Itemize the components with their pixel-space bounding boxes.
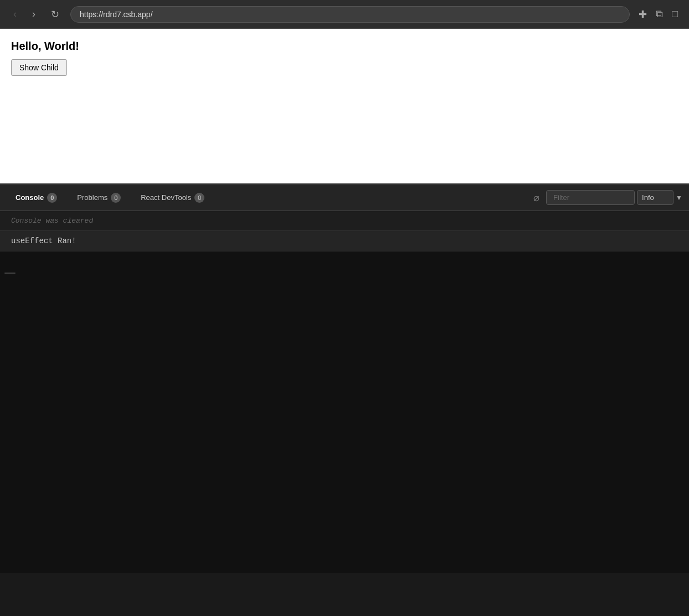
extensions-icon[interactable]: ✚ [636,6,649,23]
new-tab-icon[interactable]: ⧉ [654,6,665,22]
resize-handle[interactable] [4,273,16,274]
bottom-area [0,251,689,573]
console-entry: useEffect Ran! [0,231,689,251]
tab-console[interactable]: Console 0 [7,188,66,207]
devtools-tab-label: React DevTools [141,193,191,202]
console-cleared-message: Console was cleared [0,211,689,231]
console-panel: Console 0 Problems 0 React DevTools 0 ⌀ … [0,184,689,251]
console-badge: 0 [47,193,57,203]
console-content: Console was cleared useEffect Ran! [0,211,689,251]
show-child-button[interactable]: Show Child [11,59,67,76]
back-button[interactable]: ‹ [9,6,21,22]
log-level-wrapper: Info Verbose Warning Error ▼ [637,190,682,205]
forward-button[interactable]: › [28,6,40,22]
tab-problems[interactable]: Problems 0 [68,188,130,207]
browser-chrome: ‹ › ↻ ✚ ⧉ □ [0,0,689,29]
log-level-select[interactable]: Info Verbose Warning Error [637,190,673,205]
filter-input[interactable] [546,190,635,205]
chevron-down-icon: ▼ [676,194,682,202]
page-title: Hello, World! [11,40,678,53]
devtools-badge: 0 [194,193,204,203]
tab-react-devtools[interactable]: React DevTools 0 [132,188,213,207]
toolbar-icons: ✚ ⧉ □ [636,6,680,23]
fullscreen-icon[interactable]: □ [670,6,680,22]
address-bar[interactable] [70,6,630,23]
console-tab-label: Console [16,193,44,202]
problems-badge: 0 [111,193,121,203]
reload-button[interactable]: ↻ [47,6,64,23]
console-tabs: Console 0 Problems 0 React DevTools 0 ⌀ … [0,184,689,211]
preview-area: Hello, World! Show Child [0,29,689,184]
problems-tab-label: Problems [77,193,107,202]
clear-console-button[interactable]: ⌀ [529,189,544,206]
